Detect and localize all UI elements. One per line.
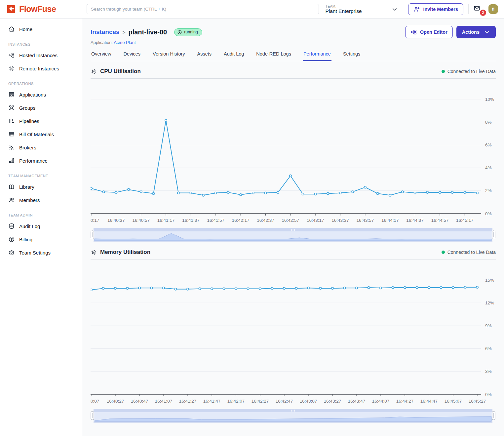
svg-text:8%: 8% [485, 120, 492, 125]
svg-text:9%: 9% [485, 323, 492, 328]
open-editor-button[interactable]: Open Editor [405, 26, 453, 38]
svg-text:16:42:07: 16:42:07 [227, 399, 245, 404]
sidebar-item-brokers[interactable]: Brokers [0, 141, 82, 154]
sidebar-item-performance[interactable]: Performance [0, 154, 82, 167]
svg-text:6%: 6% [485, 346, 492, 351]
remote-instances-icon [8, 65, 15, 72]
svg-text:16:43:27: 16:43:27 [324, 399, 341, 404]
section-title: Memory Utilisation [100, 249, 150, 256]
svg-text:16:41:27: 16:41:27 [179, 399, 197, 404]
memory-utilisation-chart[interactable]: 0%3%6%9%12%15%0:0716:40:2716:40:4716:41:… [91, 259, 495, 408]
sidebar-item-remote-instances[interactable]: Remote Instances [0, 62, 82, 75]
svg-text:16:41:57: 16:41:57 [207, 218, 224, 223]
svg-text:16:44:47: 16:44:47 [420, 399, 438, 404]
library-icon [8, 183, 15, 190]
memory-utilisation-section: Memory Utilisation Connected to Live Dat… [91, 249, 496, 423]
tab-assets[interactable]: Assets [197, 50, 213, 61]
bill-of-materials-icon [8, 131, 15, 138]
tab-settings[interactable]: Settings [342, 50, 361, 61]
search-input[interactable] [87, 4, 319, 14]
application-link[interactable]: Acme Plant [114, 40, 136, 45]
svg-text:16:42:17: 16:42:17 [232, 218, 250, 223]
live-status-label: Connected to Live Data [447, 250, 496, 255]
cpu-utilisation-section: CPU Utilisation Connected to Live Data 0… [91, 68, 496, 242]
tab-audit-log[interactable]: Audit Log [223, 50, 245, 61]
section-title: CPU Utilisation [100, 68, 141, 75]
hosted-instances-icon [8, 52, 15, 59]
status-label: running [184, 30, 198, 34]
notifications-button[interactable]: 2 [474, 5, 484, 14]
top-header: FlowFuse TEAM: Plant Enterprise Invite M… [0, 0, 504, 19]
notification-badge: 2 [480, 10, 486, 16]
sidebar-item-team-settings[interactable]: Team Settings [0, 246, 82, 259]
svg-text:16:45:27: 16:45:27 [469, 399, 486, 404]
team-selector[interactable]: TEAM: Plant Enterprise [325, 4, 398, 14]
svg-text:0%: 0% [485, 392, 492, 397]
application-line: Application: Acme Plant [91, 40, 496, 45]
svg-text:16:42:47: 16:42:47 [276, 399, 293, 404]
sidebar-item-label: Brokers [19, 145, 36, 150]
svg-text:16:41:47: 16:41:47 [203, 399, 221, 404]
tab-performance[interactable]: Performance [303, 50, 331, 61]
sidebar-item-library[interactable]: Library [0, 180, 82, 193]
user-avatar[interactable]: fl [488, 4, 498, 14]
memory-chart-zoom-slider[interactable] [91, 409, 496, 423]
svg-text:16:40:57: 16:40:57 [132, 218, 150, 223]
sidebar-section-operations: OPERATIONS [0, 75, 82, 88]
svg-text:16:44:07: 16:44:07 [372, 399, 390, 404]
svg-text:16:42:57: 16:42:57 [282, 218, 299, 223]
billing-icon [8, 236, 15, 243]
sidebar-item-groups[interactable]: Groups [0, 101, 82, 114]
breadcrumb-separator: > [123, 29, 126, 35]
flowfuse-logo[interactable]: FlowFuse [6, 4, 83, 14]
svg-text:4%: 4% [485, 165, 492, 170]
tab-node-red-logs[interactable]: Node-RED Logs [255, 50, 292, 61]
sidebar-item-label: Applications [19, 92, 46, 98]
sidebar-item-members[interactable]: Members [0, 193, 82, 207]
flowfuse-logo-icon [6, 4, 16, 14]
svg-text:16:41:37: 16:41:37 [182, 218, 200, 223]
cpu-chart-zoom-slider[interactable] [91, 228, 496, 242]
cpu-utilisation-chart[interactable]: 0%2%4%6%8%10%0:1716:40:3716:40:5716:41:1… [91, 79, 495, 227]
sidebar-item-label: Home [19, 26, 32, 32]
live-data-status: Connected to Live Data [442, 250, 496, 255]
sidebar: HomeINSTANCESHosted InstancesRemote Inst… [0, 19, 82, 436]
sidebar-item-label: Library [19, 184, 34, 190]
breadcrumb-instances-link[interactable]: Instances [91, 28, 120, 36]
svg-text:16:44:27: 16:44:27 [396, 399, 414, 404]
sidebar-item-pipelines[interactable]: Pipelines [0, 114, 82, 128]
svg-text:0:07: 0:07 [91, 399, 99, 404]
invite-members-button[interactable]: Invite Members [408, 3, 463, 15]
svg-text:16:44:37: 16:44:37 [406, 218, 424, 223]
svg-text:16:41:07: 16:41:07 [155, 399, 173, 404]
actions-button[interactable]: Actions [456, 26, 496, 38]
groups-icon [8, 104, 15, 111]
svg-text:16:41:17: 16:41:17 [157, 218, 175, 223]
sidebar-item-audit-log[interactable]: Audit Log [0, 219, 82, 233]
svg-text:16:44:17: 16:44:17 [381, 218, 399, 223]
tab-devices[interactable]: Devices [123, 50, 141, 61]
status-badge: running [174, 28, 202, 36]
svg-text:16:44:57: 16:44:57 [431, 218, 449, 223]
sidebar-item-bill-of-materials[interactable]: Bill Of Materials [0, 128, 82, 141]
performance-icon [8, 157, 15, 164]
sidebar-item-applications[interactable]: Applications [0, 88, 82, 101]
sidebar-item-label: Remote Instances [19, 66, 59, 71]
svg-text:10%: 10% [485, 97, 494, 102]
applications-icon [8, 91, 15, 98]
sidebar-item-hosted-instances[interactable]: Hosted Instances [0, 49, 82, 62]
team-label: TEAM: [325, 4, 362, 8]
tab-overview[interactable]: Overview [91, 50, 112, 61]
header-divider [403, 4, 403, 14]
sidebar-item-billing[interactable]: Billing [0, 233, 82, 246]
home-icon [8, 26, 15, 32]
svg-text:16:45:07: 16:45:07 [445, 399, 462, 404]
user-plus-icon [413, 6, 420, 13]
main-content: Instances > plant-live-00 running Open E… [82, 19, 504, 436]
audit-log-icon [8, 223, 15, 229]
sidebar-item-home[interactable]: Home [0, 22, 82, 36]
chevron-down-icon [484, 29, 490, 35]
brokers-icon [8, 144, 15, 151]
tab-version-history[interactable]: Version History [152, 50, 186, 61]
svg-text:16:42:27: 16:42:27 [252, 399, 269, 404]
